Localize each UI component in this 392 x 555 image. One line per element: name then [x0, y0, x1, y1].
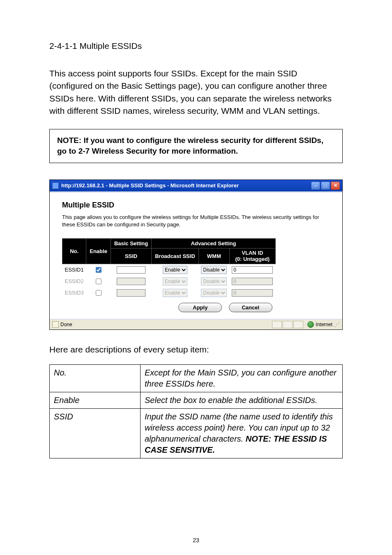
status-done-text: Done: [60, 322, 72, 327]
status-bar: Done Internet ⋰: [50, 319, 342, 329]
definitions-intro: Here are descriptions of every setup ite…: [49, 345, 343, 355]
row-vlan-cell: [229, 276, 275, 287]
vlan-input[interactable]: [232, 278, 273, 285]
row-broadcast-cell: Enable: [152, 264, 199, 276]
definitions-table: No.Except for the Main SSID, you can con…: [49, 364, 343, 458]
table-row: ESSID1EnableDisable: [62, 264, 276, 276]
row-vlan-cell: [229, 287, 275, 299]
wmm-select[interactable]: Disable: [201, 277, 227, 286]
broadcast-select[interactable]: Enable: [163, 266, 187, 274]
row-wmm-cell: Disable: [198, 276, 229, 287]
row-wmm-cell: Disable: [198, 264, 229, 276]
row-broadcast-cell: Enable: [152, 276, 199, 287]
done-icon: [52, 321, 59, 328]
broadcast-select[interactable]: Enable: [163, 277, 187, 286]
col-vlan-header: VLAN ID (0: Untagged): [229, 249, 275, 264]
maximize-button[interactable]: □: [321, 182, 330, 190]
apply-button[interactable]: Apply: [178, 303, 222, 312]
definition-term: SSID: [50, 408, 141, 458]
status-dividers: [272, 321, 303, 328]
group-basic-header: Basic Setting: [111, 239, 151, 249]
definition-term: Enable: [50, 392, 141, 408]
essid-table: No. Enable Basic Setting Advanced Settin…: [62, 238, 276, 299]
internet-zone-icon: [307, 321, 314, 328]
row-enable-cell: [86, 287, 111, 299]
note-box: NOTE: If you want to configure the wirel…: [49, 129, 343, 163]
row-no: ESSID1: [62, 264, 86, 276]
ie-icon: [52, 182, 59, 189]
cancel-button[interactable]: Cancel: [229, 303, 272, 312]
definition-desc: Input the SSID name (the name used to id…: [141, 408, 343, 458]
definition-row: SSIDInput the SSID name (the name used t…: [50, 408, 343, 458]
row-vlan-cell: [229, 264, 275, 276]
definition-row: EnableSelect the box to enable the addit…: [50, 392, 343, 408]
table-row: ESSID3EnableDisable: [62, 287, 276, 299]
definition-desc: Select the box to enable the additional …: [141, 392, 343, 408]
section-heading: 2-4-1-1 Multiple ESSIDs: [49, 41, 343, 51]
row-wmm-cell: Disable: [198, 287, 229, 299]
group-advanced-header: Advanced Setting: [152, 239, 276, 249]
col-enable-header: Enable: [86, 239, 111, 264]
ssid-input[interactable]: [117, 266, 145, 274]
ssid-input[interactable]: [117, 278, 145, 285]
table-row: ESSID2EnableDisable: [62, 276, 276, 287]
row-no: ESSID2: [62, 276, 86, 287]
resize-grip[interactable]: ⋰: [334, 321, 340, 328]
row-ssid-cell: [111, 276, 151, 287]
vlan-input[interactable]: [232, 266, 273, 274]
row-ssid-cell: [111, 264, 151, 276]
col-broadcast-header: Broadcast SSID: [152, 249, 199, 264]
vlan-input[interactable]: [232, 289, 273, 297]
col-ssid-header: SSID: [111, 249, 151, 264]
close-button[interactable]: ✕: [331, 182, 340, 190]
window-content: Multiple ESSID This page allows you to c…: [50, 191, 342, 319]
definition-desc: Except for the Main SSID, you can config…: [141, 364, 343, 392]
wmm-select[interactable]: Disable: [201, 289, 227, 297]
window-titlebar: http://192.168.2.1 - Multiple SSID Setti…: [50, 180, 342, 191]
row-ssid-cell: [111, 287, 151, 299]
col-wmm-header: WMM: [198, 249, 229, 264]
col-no-header: No.: [62, 239, 86, 264]
row-enable-cell: [86, 264, 111, 276]
row-enable-cell: [86, 276, 111, 287]
enable-checkbox[interactable]: [96, 279, 101, 284]
ssid-input[interactable]: [117, 289, 145, 297]
row-no: ESSID3: [62, 287, 86, 299]
content-heading: Multiple ESSID: [62, 201, 330, 210]
window-title: http://192.168.2.1 - Multiple SSID Setti…: [61, 182, 239, 189]
browser-window: http://192.168.2.1 - Multiple SSID Setti…: [49, 180, 343, 330]
status-zone-text: Internet: [316, 322, 332, 327]
definition-row: No.Except for the Main SSID, you can con…: [50, 364, 343, 392]
wmm-select[interactable]: Disable: [201, 266, 227, 274]
page-number: 23: [0, 537, 392, 543]
enable-checkbox[interactable]: [96, 290, 101, 296]
broadcast-select[interactable]: Enable: [163, 289, 187, 297]
content-description: This page allows you to configure the wi…: [62, 214, 330, 228]
enable-checkbox[interactable]: [96, 267, 101, 273]
intro-text: This access point supports four SSIDs. E…: [49, 67, 343, 117]
minimize-button[interactable]: –: [311, 182, 320, 190]
definition-term: No.: [50, 364, 141, 392]
row-broadcast-cell: Enable: [152, 287, 199, 299]
